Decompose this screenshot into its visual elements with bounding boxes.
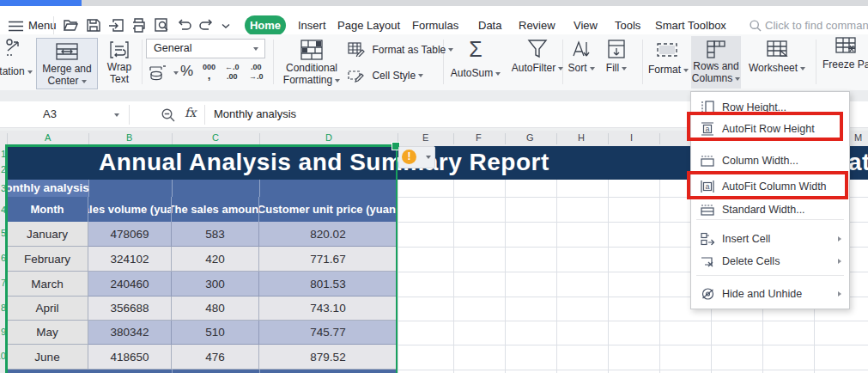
cell-a6[interactable]: February (7, 247, 88, 272)
header-cell-month[interactable]: Month (7, 197, 88, 222)
column-header-f[interactable]: F (476, 132, 482, 143)
conditional-formatting-button[interactable]: Conditional Formatting (279, 38, 344, 86)
print-preview-icon[interactable] (154, 18, 170, 33)
cell-d10[interactable]: 879.52 (259, 345, 398, 370)
cell-d5[interactable]: 820.02 (259, 222, 398, 247)
cell-b5[interactable]: 478069 (88, 222, 172, 247)
column-header-d[interactable]: D (325, 132, 332, 143)
decrease-decimal-top: .00 (249, 64, 264, 71)
format-as-table-button[interactable]: Format as Table (348, 41, 453, 57)
merge-and-center-button[interactable]: Merge and Center (36, 38, 98, 89)
cell-c9[interactable]: 510 (172, 321, 259, 345)
comma-style-icon[interactable]: 000 , (203, 64, 215, 80)
tab-view[interactable]: View (574, 17, 598, 34)
formula-content[interactable]: Monthly analysis (214, 107, 296, 120)
save-icon[interactable] (86, 18, 101, 33)
name-box[interactable]: A3 (43, 107, 57, 120)
orientation-button[interactable]: Orientation (0, 38, 29, 77)
cell-style-button[interactable]: Cell Style (348, 67, 423, 83)
percent-style-icon[interactable]: % (180, 63, 193, 80)
cell-b8[interactable]: 356688 (88, 297, 172, 321)
fill-button[interactable]: Fill (601, 36, 632, 74)
cell-a10[interactable]: June (7, 345, 88, 370)
window-tab-sliver[interactable] (0, 0, 82, 6)
chevron-down-icon[interactable] (173, 71, 179, 75)
zoom-out-icon[interactable] (161, 108, 175, 122)
subtitle-row[interactable]: Monthly analysis (7, 180, 398, 197)
header-cell-sales-volume[interactable]: Sales volume (yuan) (88, 197, 172, 222)
tab-review[interactable]: Review (519, 17, 555, 34)
tab-home[interactable]: Home (245, 15, 286, 35)
wrap-text-button[interactable]: Wrap Text (101, 38, 137, 85)
tab-formulas[interactable]: Formulas (412, 17, 458, 34)
toolbar-options-chevron-icon[interactable] (222, 23, 230, 29)
autofilter-button[interactable]: AutoFilter (509, 36, 566, 74)
header-tick (608, 133, 609, 144)
tab-tools[interactable]: Tools (615, 17, 640, 34)
selection-border-right[interactable] (396, 144, 398, 373)
column-header-i[interactable]: I (630, 132, 633, 143)
cell-c7[interactable]: 300 (172, 272, 259, 297)
cell-c5[interactable]: 583 (172, 222, 259, 247)
fx-icon[interactable]: fx (185, 106, 197, 119)
redo-icon[interactable] (198, 19, 214, 32)
cell-a8[interactable]: April (7, 297, 88, 321)
rows-and-columns-button[interactable]: Rows and Columns (691, 36, 741, 89)
cell-b9[interactable]: 380342 (88, 321, 172, 345)
column-header-a[interactable]: A (45, 132, 51, 143)
cell-a7[interactable]: March (7, 272, 88, 297)
cell-c10[interactable]: 476 (172, 345, 259, 370)
cell-a5[interactable]: January (7, 222, 88, 247)
increase-decimal-icon[interactable]: ←.0 .00 (225, 64, 240, 81)
currency-format-icon[interactable] (148, 64, 168, 83)
menu-item-insert-cell[interactable]: Insert Cell (691, 228, 849, 250)
tab-insert[interactable]: Insert (298, 17, 326, 34)
warning-smart-tag[interactable]: ! (398, 146, 435, 168)
cell-b6[interactable]: 324102 (88, 247, 172, 272)
hamburger-menu-icon[interactable] (9, 21, 23, 32)
cell-c6[interactable]: 420 (172, 247, 259, 272)
tab-data[interactable]: Data (478, 17, 501, 34)
menu-item-standard-width[interactable]: Standard Width... (691, 199, 849, 221)
header-tick (505, 133, 506, 144)
search-input[interactable]: Click to find commands (765, 17, 868, 34)
cell-c8[interactable]: 480 (172, 297, 259, 321)
cell-d7[interactable]: 801.53 (259, 272, 398, 297)
open-file-icon[interactable] (63, 18, 79, 33)
cell-a9[interactable]: May (7, 321, 88, 345)
column-header-c[interactable]: C (212, 132, 219, 143)
cell-d9[interactable]: 745.77 (259, 321, 398, 345)
menu-item-column-width[interactable]: Column Width... (691, 150, 849, 172)
header-cell-unit-price[interactable]: Customer unit price (yuan) (259, 197, 398, 222)
worksheet-button[interactable]: Worksheet (747, 36, 807, 74)
cell-d6[interactable]: 771.67 (259, 247, 398, 272)
freeze-panes-button[interactable]: Freeze Panes (822, 36, 868, 70)
menu-item-hide-and-unhide[interactable]: Hide and Unhide (691, 283, 849, 305)
cell-b7[interactable]: 240460 (88, 272, 172, 297)
chevron-down-icon (418, 74, 423, 77)
tab-page-layout[interactable]: Page Layout (337, 17, 400, 34)
undo-icon[interactable] (177, 19, 192, 32)
menu-item-delete-cells[interactable]: Delete Cells (691, 250, 849, 272)
sort-button[interactable]: Sort (565, 36, 598, 74)
column-header-m[interactable]: M (854, 132, 862, 143)
column-header-g[interactable]: G (526, 132, 534, 143)
decrease-decimal-icon[interactable]: .00 →.0 (249, 64, 264, 81)
format-button[interactable]: Format (648, 36, 686, 76)
cell-d8[interactable]: 743.10 (259, 297, 398, 321)
tab-smart-toolbox[interactable]: Smart Toolbox (655, 17, 726, 34)
column-header-b[interactable]: B (126, 132, 132, 143)
header-cell-sales-amount[interactable]: The sales amount (172, 197, 259, 222)
export-icon[interactable] (108, 18, 124, 33)
table-row-partial (7, 370, 398, 373)
sort-icon (572, 39, 591, 59)
number-format-select[interactable]: General (146, 39, 265, 58)
menu-button[interactable]: Menu (28, 17, 57, 34)
name-box-chevron-icon[interactable] (114, 113, 119, 117)
autosum-button[interactable]: Σ AutoSum (449, 36, 502, 79)
subtitle-text: Monthly analysis (7, 181, 89, 194)
print-icon[interactable] (131, 18, 147, 33)
cell-b10[interactable]: 418650 (88, 345, 172, 370)
column-header-e[interactable]: E (422, 132, 428, 143)
column-header-h[interactable]: H (578, 132, 585, 143)
